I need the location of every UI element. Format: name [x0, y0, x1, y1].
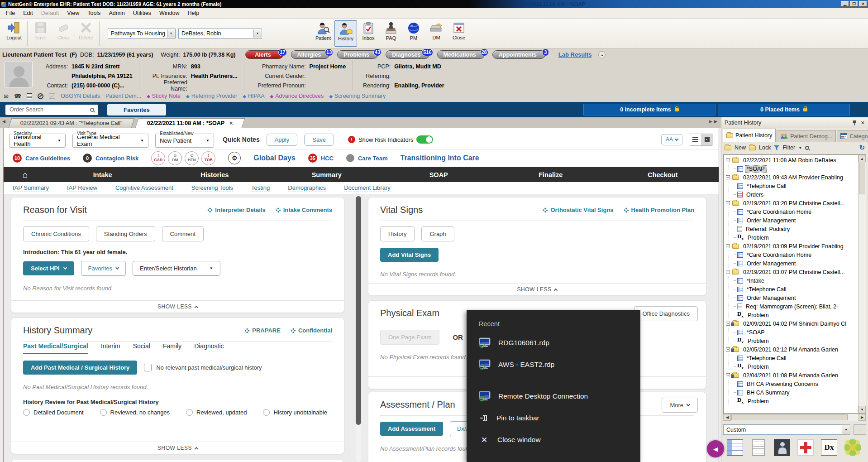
vs-show-less[interactable]: SHOW LESS [368, 283, 706, 295]
lab-results-link[interactable]: Lab Results [558, 51, 592, 58]
tree-item[interactable]: DxProblem [729, 311, 858, 319]
panel-search-icon[interactable] [805, 146, 809, 150]
quick-notes-save-button[interactable]: Save [304, 134, 334, 146]
tree-item[interactable]: DxProblem [729, 397, 858, 405]
subnav-cognitive-assessment[interactable]: Cognitive Assessment [115, 184, 173, 192]
filter-caret-icon[interactable]: ▼ [798, 146, 802, 150]
imaging-icon[interactable] [774, 439, 790, 456]
tree-expander-icon[interactable]: − [726, 201, 730, 205]
chart-panel-icon[interactable] [727, 439, 743, 456]
tree-folder-row[interactable]: −02/19/2021 03:20 PM Christine Castell..… [725, 199, 858, 207]
dropdown-arrow-icon[interactable]: ▼ [253, 29, 261, 38]
radio-reviewed-updated[interactable]: Reviewed, updated [186, 409, 247, 416]
graph-button[interactable]: Graph [421, 226, 454, 241]
collapse-panel-button[interactable]: ◀ [707, 440, 724, 457]
nav-item-summary[interactable]: Summary [271, 171, 383, 178]
menu-file[interactable]: File [2, 9, 19, 18]
hs-show-less[interactable]: SHOW LESS [11, 442, 344, 454]
refresh-icon[interactable]: ↻ [859, 144, 865, 152]
dm-button[interactable]: DM [425, 20, 448, 47]
grid-view-button[interactable] [701, 134, 713, 145]
link-prapare[interactable]: PRAPARE [245, 327, 281, 334]
tree-item[interactable]: BH CA Summary [729, 388, 858, 397]
tab-telephone-call[interactable]: 02/22/2021 09:43 AM : "*Telephone Call" [9, 118, 135, 128]
banner-collapse-icon[interactable]: ▲ [598, 51, 606, 58]
quick-link-sticky-note[interactable]: ◆Sticky Note [147, 93, 181, 99]
menu-view[interactable]: View [63, 9, 83, 18]
link-intake-comments[interactable]: Intake Comments [277, 207, 332, 213]
history-button[interactable]: History [380, 226, 415, 241]
inbox-button[interactable]: Inbox [357, 20, 380, 47]
paq-button[interactable]: PAQ [380, 20, 402, 47]
scroll-left-icon[interactable]: ◀ [724, 414, 731, 421]
subnav-screening-tools[interactable]: Screening Tools [191, 184, 233, 192]
comment-button[interactable]: Comment [162, 226, 204, 241]
menu-admin[interactable]: Admin [105, 9, 129, 18]
tree-item[interactable]: *Telephone Call [729, 354, 858, 362]
tree-folder-row[interactable]: −02/22/2021 09:43 AM Provider Enabling [725, 173, 858, 182]
notes-icon[interactable] [27, 93, 32, 99]
dropdown-arrow-icon[interactable]: ▼ [842, 424, 850, 435]
order-search-input[interactable]: Order Search [5, 105, 98, 115]
menu-window[interactable]: Window [155, 9, 183, 18]
panel-tab-patient-history[interactable]: Patient History [723, 129, 776, 142]
care-guidelines-link[interactable]: Care Guidelines [25, 155, 70, 162]
office-diagnostics-button[interactable]: Office Diagnostics [634, 306, 698, 321]
hs-tab-family[interactable]: Family [163, 342, 181, 354]
medications-badge[interactable]: Medications28 [437, 50, 485, 59]
tab-scroll-right-icon[interactable]: ▶ [714, 119, 717, 124]
immunization-icon[interactable] [797, 439, 814, 456]
jump-list-remote-desktop-connection[interactable]: Remote Desktop Connection [467, 385, 640, 407]
link-confidential[interactable]: Confidential [291, 327, 332, 334]
pm-button[interactable]: PM [402, 20, 425, 47]
tree-horizontal-scrollbar[interactable]: ◀ ▶ [723, 414, 866, 421]
add-pmsh-button[interactable]: Add Past Medical / Surgical History [23, 361, 137, 375]
contagion-risk-link[interactable]: Contagion Risk [95, 155, 138, 162]
tree-expander-icon[interactable]: − [726, 158, 730, 162]
radio-history-unobtainable[interactable]: History unobtainable [263, 409, 327, 416]
tree-item[interactable]: Orders [729, 190, 858, 199]
restore-button[interactable]: ❐ [850, 1, 858, 7]
appointments-badge[interactable]: Appointments3 [492, 50, 545, 59]
favorites-button[interactable]: Favorites [107, 104, 166, 116]
tree-item[interactable]: *Care Coordination Home [729, 250, 858, 259]
font-size-dropdown[interactable]: AA [661, 134, 682, 145]
condition-tob[interactable]: !TOB [201, 151, 215, 165]
menu-edit[interactable]: Edit [19, 9, 37, 18]
tree-expander-icon[interactable]: − [726, 322, 730, 326]
new-button[interactable]: New [734, 144, 746, 151]
clear-button[interactable]: Clear [52, 20, 75, 47]
document-icon[interactable] [752, 439, 765, 456]
subnav-document-library[interactable]: Document Library [344, 184, 391, 192]
scroll-up-icon[interactable]: ▲ [858, 155, 866, 162]
one-page-exam-button[interactable]: One Page Exam [380, 330, 439, 345]
nav-item-checkout[interactable]: Checkout [607, 171, 719, 178]
minimize-button[interactable]: ▁ [841, 1, 849, 7]
radio-reviewed-no-changes[interactable]: Reviewed, no changes [100, 409, 170, 416]
tree-item[interactable]: Order Management [729, 259, 858, 268]
quick-link-referring-provider[interactable]: ◆Referring Provider [186, 93, 237, 99]
tree-expander-icon[interactable]: − [726, 244, 730, 248]
hs-tab-interim[interactable]: Interim [101, 342, 120, 354]
tree-folder-row[interactable]: −02/05/2021 02:12 PM Amanda Garlen [725, 345, 858, 354]
tree-item[interactable]: Order Management [729, 216, 858, 225]
menu-utilities[interactable]: Utilities [129, 9, 155, 18]
quick-link-patient-dem-[interactable]: Patient Dem... [105, 93, 141, 99]
panel-tab-categories[interactable]: Categories [837, 130, 868, 142]
subnav-iap-review[interactable]: IAP Review [67, 184, 97, 192]
panel-close-icon[interactable]: ✕ [861, 120, 865, 126]
dx-pad-icon[interactable]: Dx [821, 439, 837, 456]
add-vital-signs-button[interactable]: Add Vital Signs [380, 248, 439, 262]
dropdown-arrow-icon[interactable]: ▼ [167, 29, 175, 38]
hs-tab-social[interactable]: Social [133, 342, 150, 354]
tree-folder-row[interactable]: −02/09/2021 04:02 PM Shinichi Daimyo Cl [725, 319, 858, 328]
tree-folder-row[interactable]: −02/19/2021 03:09 PM Provider Enabling [725, 242, 858, 250]
global-days-link[interactable]: Global Days [253, 154, 295, 162]
tree-scroll-thumb[interactable] [859, 163, 865, 194]
patient-photo[interactable] [5, 62, 33, 87]
history-button[interactable]: History [334, 20, 357, 47]
close-button[interactable]: Close [448, 20, 470, 47]
hs-tab-diagnostic[interactable]: Diagnostic [194, 342, 224, 354]
save-button[interactable]: Save [29, 20, 52, 47]
condition-dm[interactable]: ⊘DM [168, 151, 182, 165]
